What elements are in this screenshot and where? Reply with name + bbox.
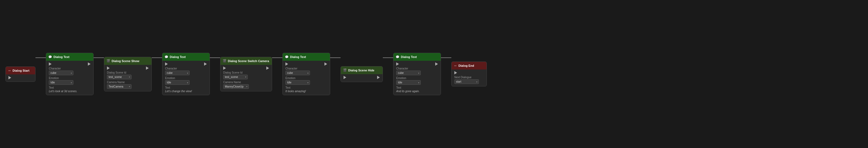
dialog-end-icon: ↔ — [454, 64, 457, 68]
next-dialogue-select-wrapper: start — [454, 79, 479, 84]
exec-row-dss — [107, 67, 149, 70]
character-select-wrapper-dt2: cube — [165, 71, 190, 75]
text-value-dt4: And its gone again. — [396, 90, 438, 93]
text-label-dt4: Text — [396, 86, 438, 89]
scene-id-label-dss: Dialog Scene Id — [107, 71, 149, 74]
exec-out-dt3 — [324, 63, 327, 66]
node-dialog-start: ↔ Dialog Start — [5, 67, 35, 82]
node-dialog-end: ↔ Dialog End Next Dialogue start — [451, 61, 487, 87]
exec-row-dt3 — [285, 63, 327, 66]
dialog-end-body: Next Dialogue start — [452, 70, 487, 86]
dialog-text-2-icon: 💬 — [164, 55, 168, 59]
dialog-scene-switch-title: Dialog Scene Switch Camera — [228, 59, 269, 63]
text-label-dt3: Text — [285, 86, 327, 89]
wire-2 — [94, 57, 104, 58]
exec-row-start — [8, 76, 32, 79]
camera-name-select-dssc[interactable]: MannyCloseUp — [223, 84, 249, 89]
camera-name-label-dss: Camera Name — [107, 81, 149, 84]
dialog-scene-hide-title: Dialog Scene Hide — [348, 69, 374, 72]
node-dialog-scene-hide: 🎬 Dialog Scene Hide — [341, 66, 383, 82]
exec-in-dt1 — [49, 63, 52, 66]
character-select-dt2[interactable]: cube — [165, 71, 190, 75]
text-label-dt1: Text — [49, 86, 91, 89]
dialog-text-4-title: Dialog Text — [401, 55, 417, 58]
text-value-dt1: Let's look at 3d scenes. — [49, 90, 91, 93]
exec-in-dsh — [344, 76, 346, 79]
exec-row-dt2 — [165, 63, 207, 66]
dialog-end-title: Dialog End — [458, 64, 474, 67]
camera-name-select-wrapper-dssc: MannyCloseUp — [223, 84, 249, 89]
node-dialog-scene-switch-header: 🎬 Dialog Scene Switch Camera — [220, 57, 272, 65]
text-value-dt3: It looks amazing! — [285, 90, 327, 93]
camera-name-label-dssc: Camera Name — [223, 81, 269, 84]
exec-out-dt1 — [88, 63, 91, 66]
node-dialog-text-4-header: 💬 Dialog Text — [394, 53, 441, 61]
emotion-select-dt2[interactable]: Idle — [165, 80, 190, 85]
emotion-select-dt1[interactable]: Idle — [49, 80, 73, 85]
exec-in-dssc — [223, 67, 226, 70]
text-value-dt2: Let's change the view! — [165, 90, 207, 93]
emotion-select-dt4[interactable]: Idle — [396, 80, 421, 85]
node-dialog-text-3: 💬 Dialog Text Character cube Emotion Idl… — [282, 53, 330, 95]
scene-id-select-dssc[interactable]: test_scene — [223, 75, 248, 79]
dialog-start-body — [6, 74, 35, 81]
exec-in-dss — [107, 67, 110, 70]
node-dialog-text-2-header: 💬 Dialog Text — [162, 53, 210, 61]
character-label-dt1: Character — [49, 67, 91, 70]
emotion-select-wrapper-dt1: Idle — [49, 80, 73, 85]
scene-id-label-dssc: Dialog Scene Id — [223, 71, 269, 74]
wire-3 — [152, 57, 162, 58]
character-label-dt2: Character — [165, 67, 207, 70]
node-dialog-text-3-header: 💬 Dialog Text — [283, 53, 330, 61]
emotion-select-wrapper-dt4: Idle — [396, 80, 421, 85]
dialog-text-1-icon: 💬 — [48, 55, 52, 59]
wire-6 — [330, 57, 341, 58]
dialog-text-2-title: Dialog Text — [170, 55, 186, 58]
dialog-scene-show-body: Dialog Scene Id test_scene Camera Name T… — [104, 65, 151, 91]
dialog-text-4-body: Character cube Emotion Idle Text And its… — [394, 61, 441, 95]
exec-out-pin — [8, 76, 11, 79]
dialog-text-2-body: Character cube Emotion Idle Text Let's c… — [162, 61, 210, 95]
camera-name-select-wrapper-dss: TestCamera — [107, 84, 131, 89]
exec-out-dt4 — [435, 63, 438, 66]
dialog-start-icon: ↔ — [8, 69, 11, 73]
node-dialog-start-header: ↔ Dialog Start — [6, 67, 35, 74]
dialog-text-3-title: Dialog Text — [290, 55, 306, 58]
next-dialogue-select[interactable]: start — [454, 79, 479, 84]
character-select-wrapper-dt1: cube — [49, 71, 73, 75]
character-select-dt4[interactable]: cube — [396, 71, 421, 75]
graph-container: ↔ Dialog Start 💬 Dialog Text Character c… — [5, 53, 863, 95]
dialog-scene-show-icon: 🎬 — [106, 59, 110, 63]
scene-id-select-dss[interactable]: test_scene — [107, 75, 131, 79]
exec-out-dsh — [377, 76, 380, 79]
dialog-scene-show-title: Dialog Scene Show — [112, 59, 139, 63]
exec-out-dt2 — [204, 63, 207, 66]
wire-7 — [383, 57, 393, 58]
exec-row-dt1 — [49, 63, 91, 66]
character-label-dt3: Character — [285, 67, 327, 70]
character-select-dt3[interactable]: cube — [285, 71, 310, 75]
node-dialog-scene-hide-header: 🎬 Dialog Scene Hide — [341, 67, 382, 74]
exec-in-dt4 — [396, 63, 399, 66]
scene-id-select-wrapper-dss: test_scene — [107, 75, 131, 79]
dialog-scene-hide-icon: 🎬 — [343, 68, 347, 72]
node-dialog-text-2: 💬 Dialog Text Character cube Emotion Idl… — [162, 53, 210, 95]
text-label-dt2: Text — [165, 86, 207, 89]
node-dialog-scene-switch: 🎬 Dialog Scene Switch Camera Dialog Scen… — [220, 57, 272, 91]
camera-name-select-dss[interactable]: TestCamera — [107, 84, 131, 89]
character-select-wrapper-dt4: cube — [396, 71, 421, 75]
exec-row-dsh — [344, 76, 380, 79]
emotion-label-dt3: Emotion — [285, 77, 327, 80]
emotion-select-wrapper-dt3: Idle — [285, 80, 310, 85]
dialog-text-3-body: Character cube Emotion Idle Text It look… — [283, 61, 330, 95]
wire-8 — [441, 57, 451, 58]
exec-out-dss — [146, 67, 149, 70]
emotion-select-dt3[interactable]: Idle — [285, 80, 310, 85]
scene-id-select-wrapper-dssc: test_scene — [223, 75, 248, 79]
node-dialog-scene-show-header: 🎬 Dialog Scene Show — [104, 57, 151, 65]
dialog-text-3-icon: 💬 — [285, 55, 289, 59]
character-select-dt1[interactable]: cube — [49, 71, 73, 75]
emotion-select-wrapper-dt2: Idle — [165, 80, 190, 85]
exec-row-end — [454, 71, 484, 74]
node-dialog-scene-show: 🎬 Dialog Scene Show Dialog Scene Id test… — [104, 57, 152, 91]
